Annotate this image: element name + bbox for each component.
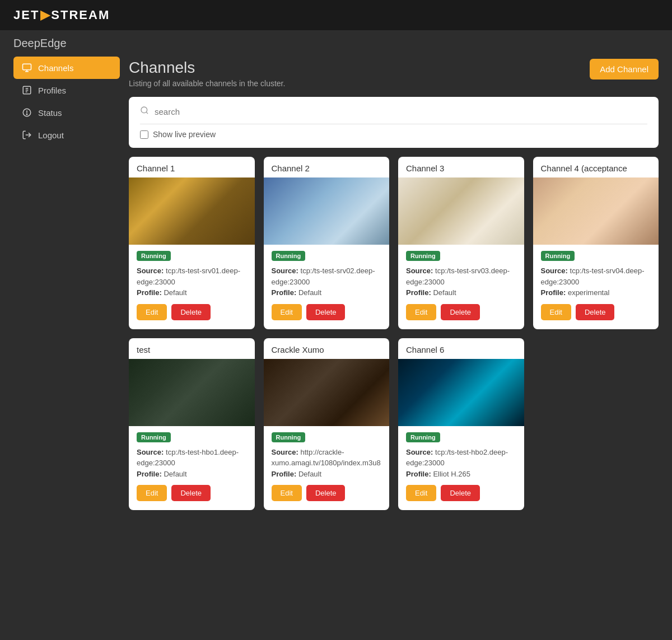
svg-line-12 bbox=[146, 112, 148, 114]
main-content: Channels Listing of all available channe… bbox=[129, 57, 659, 510]
live-preview-row: Show live preview bbox=[140, 124, 647, 139]
card-actions: Edit Delete bbox=[129, 485, 255, 501]
sidebar-item-channels[interactable]: Channels bbox=[13, 57, 120, 79]
status-badge: Running bbox=[272, 251, 306, 261]
svg-point-11 bbox=[141, 107, 147, 113]
page-subtitle: Listing of all available channels in the… bbox=[129, 79, 285, 88]
card-thumbnail bbox=[398, 359, 524, 426]
svg-rect-0 bbox=[23, 64, 31, 70]
sidebar-logout-label: Logout bbox=[38, 130, 64, 140]
search-icon bbox=[140, 106, 149, 117]
card-thumbnail bbox=[129, 177, 255, 245]
add-channel-button[interactable]: Add Channel bbox=[590, 59, 659, 80]
delete-button[interactable]: Delete bbox=[576, 304, 615, 320]
status-badge: Running bbox=[137, 251, 171, 261]
edit-button[interactable]: Edit bbox=[406, 304, 436, 320]
status-badge: Running bbox=[137, 432, 171, 442]
card-info: Source: tcp:/ts-test-srv01.deep-edge:230… bbox=[137, 265, 247, 298]
sidebar-item-status[interactable]: Status bbox=[13, 101, 120, 124]
channel-grid: Channel 1 Running Source: tcp:/ts-test-s… bbox=[129, 157, 659, 510]
card-body: Running Source: tcp:/ts-test-hbo1.deep-e… bbox=[129, 426, 255, 480]
main-layout: Channels Profiles Status bbox=[0, 57, 672, 524]
sidebar-profiles-label: Profiles bbox=[38, 86, 66, 95]
card-title: Channel 6 bbox=[398, 338, 524, 359]
sidebar-channels-label: Channels bbox=[38, 63, 73, 73]
delete-button[interactable]: Delete bbox=[441, 485, 480, 501]
logo-stream: STREAM bbox=[51, 8, 110, 22]
channel-card-ch4: Channel 4 (acceptance Running Source: tc… bbox=[533, 157, 659, 329]
logout-icon bbox=[21, 129, 32, 141]
channel-card-crackle: Crackle Xumo Running Source: http://crac… bbox=[264, 338, 390, 511]
card-body: Running Source: tcp:/ts-test-srv03.deep-… bbox=[398, 245, 524, 298]
card-info: Source: tcp:/ts-test-hbo2.deep-edge:2300… bbox=[406, 447, 516, 480]
logo-jet: JET bbox=[13, 8, 39, 22]
logo: JET ▶ STREAM bbox=[13, 8, 110, 22]
edit-button[interactable]: Edit bbox=[406, 485, 436, 501]
svg-point-9 bbox=[26, 114, 27, 115]
card-thumbnail bbox=[264, 359, 390, 426]
channels-icon bbox=[21, 62, 32, 73]
card-body: Running Source: tcp:/ts-test-srv02.deep-… bbox=[264, 245, 390, 298]
edit-button[interactable]: Edit bbox=[137, 485, 167, 501]
channel-card-ch2: Channel 2 Running Source: tcp:/ts-test-s… bbox=[264, 157, 390, 329]
card-info: Source: tcp:/ts-test-srv04.deep-edge:230… bbox=[541, 265, 651, 298]
app-header: JET ▶ STREAM bbox=[0, 0, 672, 30]
channel-card-ch1: Channel 1 Running Source: tcp:/ts-test-s… bbox=[129, 157, 255, 329]
card-info: Source: tcp:/ts-test-srv02.deep-edge:230… bbox=[272, 265, 382, 298]
card-body: Running Source: tcp:/ts-test-srv01.deep-… bbox=[129, 245, 255, 298]
status-badge: Running bbox=[406, 251, 440, 261]
card-thumbnail bbox=[398, 177, 524, 245]
card-title: Crackle Xumo bbox=[264, 338, 390, 359]
edit-button[interactable]: Edit bbox=[137, 304, 167, 320]
card-actions: Edit Delete bbox=[129, 304, 255, 320]
status-badge: Running bbox=[541, 251, 575, 261]
card-actions: Edit Delete bbox=[398, 485, 524, 501]
content-header: Channels Listing of all available channe… bbox=[129, 57, 659, 88]
search-row bbox=[140, 106, 647, 124]
live-preview-label: Show live preview bbox=[153, 130, 216, 139]
live-preview-checkbox[interactable] bbox=[140, 130, 148, 139]
status-badge: Running bbox=[272, 432, 306, 442]
instance-title: DeepEdge bbox=[0, 30, 672, 57]
card-actions: Edit Delete bbox=[533, 304, 659, 320]
card-actions: Edit Delete bbox=[264, 485, 390, 501]
card-info: Source: tcp:/ts-test-srv03.deep-edge:230… bbox=[406, 265, 516, 298]
card-title: Channel 3 bbox=[398, 157, 524, 177]
sidebar-status-label: Status bbox=[38, 108, 62, 118]
page-title: Channels bbox=[129, 59, 285, 77]
delete-button[interactable]: Delete bbox=[441, 304, 480, 320]
profiles-icon bbox=[21, 85, 32, 96]
page-title-block: Channels Listing of all available channe… bbox=[129, 59, 285, 88]
channel-card-ch6: Channel 6 Running Source: tcp:/ts-test-h… bbox=[398, 338, 524, 511]
card-actions: Edit Delete bbox=[398, 304, 524, 320]
card-thumbnail bbox=[264, 177, 390, 245]
logo-arrow-icon: ▶ bbox=[40, 8, 50, 22]
status-badge: Running bbox=[406, 432, 440, 442]
channel-card-ch3: Channel 3 Running Source: tcp:/ts-test-s… bbox=[398, 157, 524, 329]
edit-button[interactable]: Edit bbox=[272, 304, 302, 320]
card-body: Running Source: tcp:/ts-test-srv04.deep-… bbox=[533, 245, 659, 298]
sidebar-item-logout[interactable]: Logout bbox=[13, 124, 120, 146]
sidebar: Channels Profiles Status bbox=[13, 57, 120, 510]
search-input[interactable] bbox=[155, 107, 647, 116]
card-title: test bbox=[129, 338, 255, 359]
card-title: Channel 2 bbox=[264, 157, 390, 177]
card-thumbnail bbox=[533, 177, 659, 245]
card-title: Channel 4 (acceptance bbox=[533, 157, 659, 177]
delete-button[interactable]: Delete bbox=[171, 485, 211, 501]
channel-card-test: test Running Source: tcp:/ts-test-hbo1.d… bbox=[129, 338, 255, 511]
delete-button[interactable]: Delete bbox=[306, 485, 346, 501]
card-info: Source: tcp:/ts-test-hbo1.deep-edge:2300… bbox=[137, 447, 247, 480]
edit-button[interactable]: Edit bbox=[541, 304, 571, 320]
card-title: Channel 1 bbox=[129, 157, 255, 177]
card-body: Running Source: http://crackle-xumo.amag… bbox=[264, 426, 390, 480]
card-info: Source: http://crackle-xumo.amagi.tv/108… bbox=[272, 447, 382, 480]
status-icon bbox=[21, 107, 32, 118]
edit-button[interactable]: Edit bbox=[272, 485, 302, 501]
search-container: Show live preview bbox=[129, 97, 659, 148]
sidebar-item-profiles[interactable]: Profiles bbox=[13, 79, 120, 101]
delete-button[interactable]: Delete bbox=[171, 304, 211, 320]
delete-button[interactable]: Delete bbox=[306, 304, 346, 320]
card-thumbnail bbox=[129, 359, 255, 426]
card-actions: Edit Delete bbox=[264, 304, 390, 320]
